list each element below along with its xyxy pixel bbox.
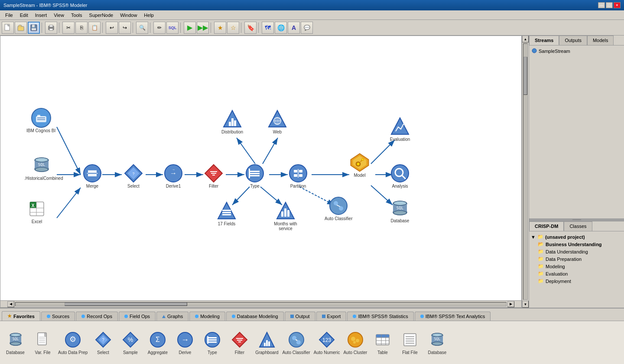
- scroll-right-btn[interactable]: ▶: [507, 301, 514, 307]
- v-scroll-thumb[interactable]: [523, 57, 527, 95]
- toolbar-comment[interactable]: 💬: [301, 22, 313, 34]
- canvas-area[interactable]: IBM Cognos BI SQL .HistoricalCombined: [0, 36, 522, 308]
- toolbar-bookmark[interactable]: 🔖: [244, 22, 257, 34]
- tab-output[interactable]: Output: [285, 312, 315, 321]
- menu-edit[interactable]: Edit: [16, 12, 32, 19]
- tree-item-data-understanding[interactable]: 📁 Data Understanding: [531, 248, 622, 255]
- tab-favorites[interactable]: ★ Favorites: [2, 311, 40, 321]
- palette-graphboard[interactable]: Graphboard: [255, 330, 279, 355]
- toolbar-cut[interactable]: ✂: [62, 22, 75, 34]
- scroll-up-btn[interactable]: ▲: [522, 36, 529, 42]
- close-button[interactable]: ✕: [614, 2, 621, 8]
- node-17fields[interactable]: 17 Fields: [216, 201, 237, 226]
- palette-sample[interactable]: % Sample: [118, 330, 142, 355]
- palette-auto-data-prep[interactable]: ⚙ Auto Data Prep: [58, 330, 88, 355]
- node-evaluation[interactable]: Evaluation: [390, 116, 410, 142]
- node-analysis[interactable]: Analysis: [390, 163, 410, 188]
- palette-filter[interactable]: Filter: [228, 330, 251, 355]
- menu-insert[interactable]: Insert: [32, 12, 51, 19]
- tree-item-modeling[interactable]: 📁 Modeling: [531, 263, 622, 270]
- maximize-button[interactable]: □: [606, 2, 613, 8]
- toolbar-globe[interactable]: 🌐: [275, 22, 287, 34]
- palette-select[interactable]: ? Select: [91, 330, 115, 355]
- toolbar-print[interactable]: [45, 22, 57, 34]
- node-type[interactable]: Type: [244, 163, 265, 188]
- palette-database[interactable]: SQL Database: [3, 330, 27, 355]
- palette-database-out[interactable]: SQL Database: [425, 330, 449, 355]
- toolbar-open[interactable]: [15, 22, 27, 34]
- toolbar-map[interactable]: 🗺: [262, 22, 274, 34]
- tab-models[interactable]: Models: [587, 36, 614, 45]
- menu-tools[interactable]: Tools: [68, 12, 86, 19]
- tab-database-modeling[interactable]: Database Modeling: [226, 312, 284, 321]
- tree-item-deployment[interactable]: 📁 Deployment: [531, 277, 622, 285]
- toolbar-run[interactable]: ▶: [184, 22, 196, 34]
- tab-crisp-dm[interactable]: CRISP-DM: [529, 221, 564, 231]
- tab-spss-statistics[interactable]: IBM® SPSS® Statistics: [347, 312, 413, 321]
- toolbar-redo[interactable]: ↪: [119, 22, 131, 34]
- tab-classes[interactable]: Classes: [564, 221, 592, 231]
- tab-graphs[interactable]: Graphs: [156, 312, 188, 321]
- menu-file[interactable]: File: [2, 12, 16, 19]
- tab-sources[interactable]: Sources: [41, 312, 75, 321]
- tree-root[interactable]: ▼ 📁 (unsaved project): [531, 233, 622, 240]
- node-select[interactable]: ? Select: [123, 163, 144, 188]
- toolbar-run-all[interactable]: ▶▶: [197, 22, 209, 34]
- node-auto-classifier[interactable]: Auto Classifier: [325, 195, 352, 221]
- palette-auto-cluster[interactable]: Auto Cluster: [343, 330, 367, 355]
- menu-supernode[interactable]: SuperNode: [86, 12, 117, 19]
- h-scroll-track[interactable]: [15, 302, 507, 306]
- node-months-service[interactable]: Months with service: [268, 201, 303, 231]
- tab-outputs[interactable]: Outputs: [559, 36, 587, 45]
- palette-flat-file[interactable]: Flat File: [398, 330, 422, 355]
- palette-var-file[interactable]: Var. File: [31, 330, 55, 355]
- toolbar-paste[interactable]: 📋: [88, 22, 101, 34]
- h-scroll-thumb[interactable]: [65, 302, 187, 306]
- toolbar-star1[interactable]: ★: [214, 22, 226, 34]
- node-derive1[interactable]: → → Derive1: [163, 163, 184, 188]
- node-merge[interactable]: Merge: [82, 163, 103, 188]
- node-ibm-cognos[interactable]: IBM Cognos BI: [26, 107, 55, 133]
- node-filter[interactable]: Filter: [203, 163, 224, 188]
- toolbar-sql[interactable]: SQL: [166, 22, 179, 34]
- toolbar-undo[interactable]: ↩: [106, 22, 118, 34]
- toolbar-edit-stream[interactable]: ✏: [153, 22, 166, 34]
- menu-window[interactable]: Window: [117, 12, 140, 19]
- tree-item-business[interactable]: 📂 Business Understanding: [531, 240, 622, 248]
- palette-aggregate[interactable]: Σ Aggregate: [146, 330, 169, 355]
- tab-streams[interactable]: Streams: [529, 36, 559, 45]
- palette-auto-numeric[interactable]: 123 Auto Numeric: [314, 330, 340, 355]
- scroll-left-btn[interactable]: ◀: [7, 301, 14, 307]
- tab-field-ops[interactable]: Field Ops: [119, 312, 156, 321]
- node-excel[interactable]: X Excel: [26, 198, 47, 224]
- palette-auto-classifier[interactable]: Auto Classifier: [282, 330, 310, 355]
- tab-record-ops[interactable]: Record Ops: [76, 312, 118, 321]
- scroll-down-btn[interactable]: ▼: [522, 301, 529, 308]
- toolbar-save[interactable]: [28, 22, 40, 34]
- toolbar-star2[interactable]: ☆: [227, 22, 239, 34]
- palette-table[interactable]: Table: [370, 330, 394, 355]
- toolbar-copy[interactable]: ⎘: [75, 22, 88, 34]
- menu-help[interactable]: Help: [140, 12, 157, 19]
- toolbar-find[interactable]: 🔍: [136, 22, 148, 34]
- tab-export[interactable]: Export: [316, 312, 347, 321]
- tab-modeling[interactable]: Modeling: [189, 312, 225, 321]
- node-partition[interactable]: Partition: [288, 163, 309, 188]
- node-model[interactable]: Model: [349, 152, 370, 178]
- stream-item-samplestream[interactable]: SampleStream: [531, 47, 622, 55]
- menu-view[interactable]: View: [50, 12, 68, 19]
- toolbar-text[interactable]: A: [288, 22, 300, 34]
- minimize-button[interactable]: —: [598, 2, 605, 8]
- palette-derive[interactable]: → Derive: [173, 330, 197, 355]
- node-database-out[interactable]: SQL Database: [390, 198, 410, 223]
- node-historical[interactable]: SQL .HistoricalCombined: [24, 155, 59, 181]
- tree-item-data-prep[interactable]: 📁 Data Preparation: [531, 255, 622, 263]
- tab-spss-text[interactable]: IBM® SPSS® Text Analytics: [415, 312, 491, 321]
- node-web[interactable]: Web: [267, 109, 288, 134]
- node-distribution[interactable]: Distribution: [221, 109, 243, 134]
- palette-type[interactable]: Type: [200, 330, 224, 355]
- v-scroll-track[interactable]: [523, 43, 528, 300]
- canvas[interactable]: IBM Cognos BI SQL .HistoricalCombined: [0, 36, 521, 300]
- toolbar-new[interactable]: [2, 22, 14, 34]
- tree-item-evaluation[interactable]: 📁 Evaluation: [531, 270, 622, 277]
